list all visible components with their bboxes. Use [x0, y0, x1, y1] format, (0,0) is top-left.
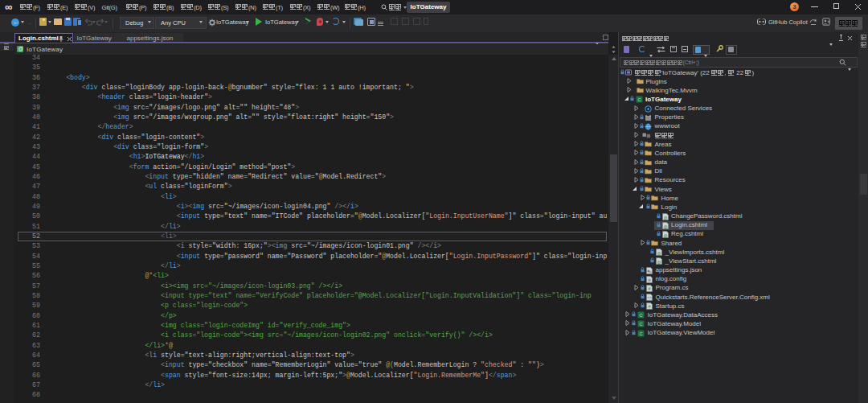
svg-text:#: # — [649, 305, 651, 310]
svg-text:C: C — [638, 97, 641, 102]
svg-text:C: C — [640, 322, 643, 327]
svg-text:<>: <> — [647, 296, 652, 300]
svg-text:@: @ — [664, 224, 668, 228]
svg-text:@: @ — [664, 233, 668, 237]
svg-text:@: @ — [657, 261, 661, 265]
svg-text:C: C — [640, 313, 643, 318]
svg-text:@: @ — [657, 252, 661, 256]
svg-text:#: # — [649, 286, 651, 291]
svg-text:C: C — [640, 331, 643, 335]
svg-text:@: @ — [664, 216, 668, 220]
